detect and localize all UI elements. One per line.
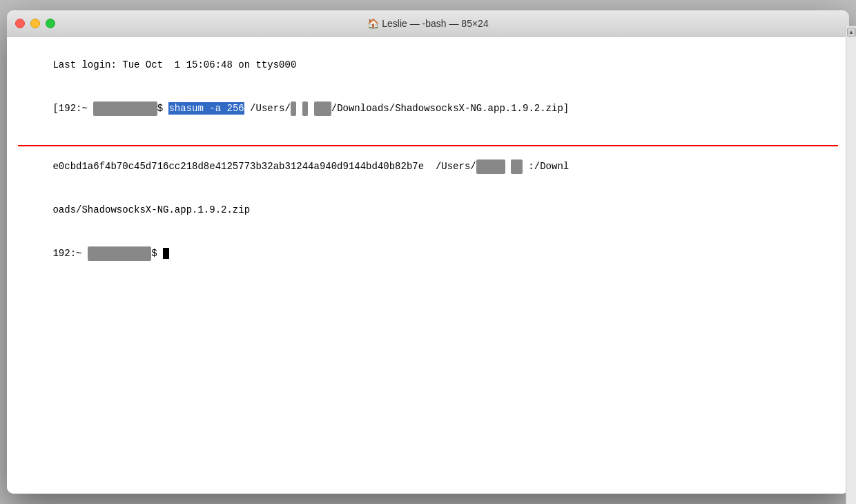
prompt2-prefix: 192:~: [52, 248, 87, 259]
hash-path-blurred-2: [511, 159, 523, 174]
last-login-text: Last login: Tue Oct 1 15:06:48 on ttys00…: [52, 59, 296, 70]
hash-sep1: [505, 161, 511, 172]
username-blurred: [93, 101, 157, 116]
line-end-bracket: ]: [563, 103, 569, 114]
prompt-dollar: $: [157, 103, 169, 114]
traffic-lights: [15, 19, 55, 28]
close-button[interactable]: [15, 19, 25, 28]
prompt-bracket: [192:~: [52, 103, 93, 114]
minimize-button[interactable]: [30, 19, 40, 28]
terminal-body[interactable]: Last login: Tue Oct 1 15:06:48 on ttys00…: [7, 37, 849, 494]
hash-output-line2: oads/ShadowsocksX-NG.app.1.9.2.zip: [18, 188, 838, 232]
scroll-up-button[interactable]: ▲: [847, 28, 850, 37]
hash-value: e0cbd1a6f4b70c45d716cc218d8e4125773b32ab…: [52, 161, 476, 172]
hash-output-line1: e0cbd1a6f4b70c45d716cc218d8e4125773b32ab…: [18, 145, 838, 188]
titlebar: 🏠 Leslie — -bash — 85×24: [7, 10, 849, 37]
prompt2-blurred: [88, 246, 151, 261]
command-line: [192:~ $ shasum -a 256 /Users/ /Download…: [18, 87, 838, 145]
prompt2-dollar: $: [151, 248, 163, 259]
path-blurred-2: [302, 101, 308, 116]
path-end: /Downloads/ShadowsocksX-NG.app.1.9.2.zip: [331, 103, 563, 114]
hash-cont: oads/ShadowsocksX-NG.app.1.9.2.zip: [52, 204, 250, 215]
path-blurred-3: [314, 101, 331, 116]
hash-path-suffix: :/Downl: [523, 161, 569, 172]
new-prompt-line: 192:~ $: [18, 232, 838, 275]
cursor: [163, 248, 169, 259]
path-separator-1: [296, 103, 302, 114]
terminal-window: 🏠 Leslie — -bash — 85×24 Last login: Tue…: [7, 10, 849, 494]
highlighted-command: shasum -a 256: [168, 102, 244, 115]
scrollbar[interactable]: ▲: [846, 26, 849, 494]
last-login-line: Last login: Tue Oct 1 15:06:48 on ttys00…: [18, 43, 838, 87]
hash-path-blurred-1: [476, 159, 505, 174]
command-path-start: /Users/: [244, 103, 291, 114]
window-title: 🏠 Leslie — -bash — 85×24: [367, 18, 488, 29]
maximize-button[interactable]: [46, 19, 55, 28]
path-separator-2: [308, 103, 313, 114]
